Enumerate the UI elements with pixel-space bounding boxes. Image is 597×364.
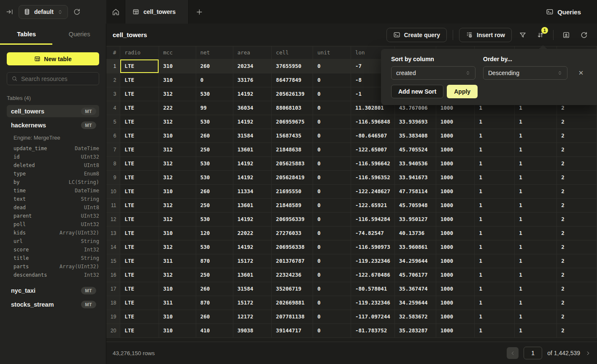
cell-lat[interactable]: 45.705948 xyxy=(394,198,436,212)
cell-samples[interactable]: 1 xyxy=(475,170,515,184)
cell-range[interactable]: 1000 xyxy=(436,324,475,337)
row-number[interactable]: 6 xyxy=(106,129,120,143)
page-input[interactable] xyxy=(524,347,542,359)
cell-range[interactable]: 1000 xyxy=(436,296,475,310)
cell-area[interactable]: 33176 xyxy=(233,73,271,87)
search-input[interactable] xyxy=(21,75,95,82)
collapse-sidebar-icon[interactable] xyxy=(6,8,14,16)
sidebar-tab-tables[interactable]: Tables xyxy=(0,24,53,45)
cell-net[interactable]: 260 xyxy=(196,59,233,73)
row-number[interactable]: 3 xyxy=(106,87,120,101)
cell-mcc[interactable]: 310 xyxy=(159,59,196,73)
cell-cell[interactable]: 201376787 xyxy=(272,254,313,268)
queries-button[interactable]: Queries xyxy=(546,0,581,24)
row-number[interactable]: 2 xyxy=(106,73,120,87)
cell-lon[interactable]: -116.594284 xyxy=(351,212,395,226)
cell-net[interactable]: 530 xyxy=(196,87,233,101)
cell-radio[interactable]: LTE xyxy=(120,296,159,310)
column-header-cell[interactable]: cell xyxy=(272,46,313,59)
column-header-net[interactable]: net xyxy=(196,46,233,59)
cell-radio[interactable]: LTE xyxy=(120,310,159,324)
row-number[interactable]: 20 xyxy=(106,324,120,337)
cell-lat[interactable]: 33.940536 xyxy=(394,156,436,170)
new-table-button[interactable]: New table xyxy=(7,52,99,65)
remove-sort-button[interactable]: ✕ xyxy=(578,69,584,77)
cell-lon[interactable]: -116.596352 xyxy=(351,170,395,184)
database-selector[interactable]: default xyxy=(19,5,68,19)
cell-radio[interactable]: LTE xyxy=(120,143,159,156)
cell-lat[interactable]: 35.283287 xyxy=(394,324,436,337)
cell-range[interactable]: 1000 xyxy=(436,240,475,254)
cell-mcc[interactable]: 312 xyxy=(159,143,196,156)
sidebar-item-nyc-taxi[interactable]: nyc_taxi MT xyxy=(7,284,99,297)
sort-column-select[interactable]: created xyxy=(391,66,475,80)
cell-cell[interactable]: 206956338 xyxy=(272,240,313,254)
cell-range[interactable]: 1000 xyxy=(436,254,475,268)
cell-net[interactable]: 99 xyxy=(196,101,233,115)
cell-created[interactable]: 2 xyxy=(557,240,597,254)
cell-cell[interactable]: 35206719 xyxy=(272,282,313,296)
cell-changeable[interactable]: 1 xyxy=(515,170,557,184)
cell-cell[interactable]: 202669881 xyxy=(272,296,313,310)
cell-created[interactable]: 2 xyxy=(557,324,597,337)
cell-lon[interactable]: -117.097244 xyxy=(351,310,395,324)
cell-area[interactable]: 12172 xyxy=(233,310,271,324)
row-number[interactable]: 7 xyxy=(106,143,120,156)
cell-radio[interactable]: LTE xyxy=(120,184,159,198)
cell-radio[interactable]: LTE xyxy=(120,101,159,115)
cell-samples[interactable]: 1 xyxy=(475,184,515,198)
row-number[interactable]: 19 xyxy=(106,310,120,324)
cell-unit[interactable]: 0 xyxy=(313,240,351,254)
cell-samples[interactable]: 1 xyxy=(475,156,515,170)
cell-created[interactable]: 2 xyxy=(557,296,597,310)
cell-radio[interactable]: LTE xyxy=(120,198,159,212)
cell-lon[interactable]: -122.248627 xyxy=(351,184,395,198)
cell-net[interactable]: 260 xyxy=(196,282,233,296)
cell-area[interactable]: 20234 xyxy=(233,59,271,73)
cell-mcc[interactable]: 312 xyxy=(159,156,196,170)
cell-unit[interactable]: 0 xyxy=(313,129,351,143)
tab-cell-towers[interactable]: cell_towers xyxy=(125,0,189,24)
row-number[interactable]: 16 xyxy=(106,268,120,282)
cell-cell[interactable]: 22324236 xyxy=(272,268,313,282)
cell-created[interactable]: 2 xyxy=(557,143,597,156)
cell-lon[interactable]: -119.232346 xyxy=(351,254,395,268)
cell-range[interactable]: 1000 xyxy=(436,184,475,198)
cell-lon[interactable]: -116.596642 xyxy=(351,156,395,170)
cell-created[interactable]: 2 xyxy=(557,156,597,170)
cell-lon[interactable]: -122.65921 xyxy=(351,198,395,212)
cell-lon[interactable]: -122.670486 xyxy=(351,268,395,282)
cell-lon[interactable]: -80.578041 xyxy=(351,282,395,296)
cell-area[interactable]: 31584 xyxy=(233,129,271,143)
cell-area[interactable]: 14192 xyxy=(233,115,271,129)
cell-range[interactable]: 1000 xyxy=(436,129,475,143)
cell-unit[interactable]: 0 xyxy=(313,73,351,87)
cell-unit[interactable]: 0 xyxy=(313,101,351,115)
cell-samples[interactable]: 1 xyxy=(475,324,515,337)
cell-changeable[interactable]: 1 xyxy=(515,254,557,268)
cell-changeable[interactable]: 1 xyxy=(515,115,557,129)
cell-lat[interactable]: 35.367474 xyxy=(394,282,436,296)
cell-lat[interactable]: 34.259644 xyxy=(394,296,436,310)
cell-radio[interactable]: LTE xyxy=(120,73,159,87)
cell-samples[interactable]: 1 xyxy=(475,268,515,282)
cell-samples[interactable]: 1 xyxy=(475,115,515,129)
cell-range[interactable]: 1000 xyxy=(436,310,475,324)
row-number[interactable]: 12 xyxy=(106,212,120,226)
cell-cell[interactable]: 37655950 xyxy=(272,59,313,73)
cell-lat[interactable]: 45.705524 xyxy=(394,143,436,156)
cell-net[interactable]: 530 xyxy=(196,212,233,226)
cell-unit[interactable]: 0 xyxy=(313,254,351,268)
home-tab-button[interactable] xyxy=(106,0,125,24)
cell-range[interactable]: 1000 xyxy=(436,268,475,282)
new-tab-button[interactable] xyxy=(189,0,210,24)
cell-radio[interactable]: LTE xyxy=(120,324,159,337)
cell-created[interactable]: 2 xyxy=(557,226,597,240)
cell-radio[interactable]: LTE xyxy=(120,226,159,240)
cell-unit[interactable]: 0 xyxy=(313,184,351,198)
apply-sort-button[interactable]: Apply xyxy=(447,85,478,98)
cell-samples[interactable]: 1 xyxy=(475,226,515,240)
cell-samples[interactable]: 1 xyxy=(475,296,515,310)
cell-cell[interactable]: 205625883 xyxy=(272,156,313,170)
cell-mcc[interactable]: 222 xyxy=(159,101,196,115)
